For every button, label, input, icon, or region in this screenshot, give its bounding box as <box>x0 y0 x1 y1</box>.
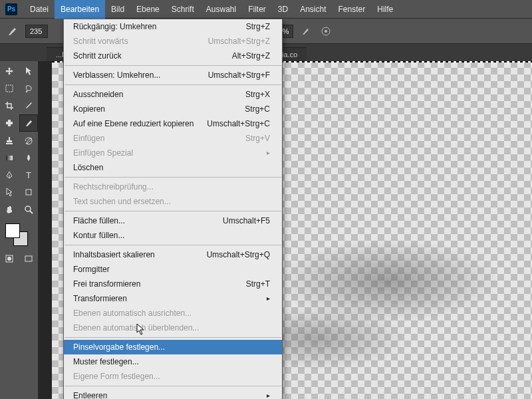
direct-select-icon[interactable] <box>0 184 19 201</box>
menu-item-label: Eigene Form festlegen... <box>73 371 160 382</box>
menu-item[interactable]: Schritt zurückAlt+Strg+Z <box>64 49 282 63</box>
menu-item[interactable]: Verblassen: Umkehren...Umschalt+Strg+F <box>64 68 282 82</box>
lasso-tool-icon[interactable] <box>19 80 39 97</box>
menu-item-label: Ausschneiden <box>73 89 123 100</box>
blur-tool-icon[interactable] <box>19 149 39 166</box>
menu-shortcut: Umschalt+Strg+C <box>207 118 270 129</box>
menu-shortcut: Umschalt+F5 <box>223 215 270 226</box>
move-tool-icon[interactable] <box>0 63 19 80</box>
menu-item[interactable]: Löschen <box>64 160 282 175</box>
menu-auswahl[interactable]: Auswahl <box>200 0 242 19</box>
menu-item[interactable]: Formgitter <box>64 262 282 277</box>
brush-tool-icon[interactable] <box>5 24 20 39</box>
svg-rect-3 <box>6 85 13 92</box>
menu-item[interactable]: Auf eine Ebene reduziert kopierenUmschal… <box>64 116 282 131</box>
menu-shortcut: Strg+C <box>245 104 270 114</box>
menu-shortcut: Alt+Strg+Z <box>232 51 270 61</box>
menu-item-label: Muster festlegen... <box>73 356 139 367</box>
history-brush-icon[interactable] <box>19 132 39 149</box>
pen-tool-icon[interactable] <box>0 166 19 184</box>
menu-shortcut: Umschalt+Strg+Q <box>207 249 270 260</box>
svg-rect-13 <box>25 256 32 261</box>
svg-point-9 <box>25 206 31 211</box>
menu-item-label: Text suchen und ersetzen... <box>73 196 171 207</box>
menu-separator <box>65 177 281 178</box>
menu-item: Einfügen Spezial <box>64 146 282 160</box>
menu-bearbeiten[interactable]: Bearbeiten <box>55 0 105 19</box>
menu-separator <box>65 211 281 211</box>
marquee-tool-icon[interactable] <box>0 80 19 97</box>
quickmask-icon[interactable] <box>0 250 19 267</box>
menu-item[interactable]: Fläche füllen...Umschalt+F5 <box>64 213 282 228</box>
menu-item-label: Pinselvorgabe festlegen... <box>73 342 165 352</box>
menu-separator <box>65 337 281 338</box>
menu-item-label: Einfügen Spezial <box>73 148 133 158</box>
eyedropper-tool-icon[interactable] <box>19 97 39 114</box>
menu-separator <box>65 386 281 386</box>
menu-item-label: Verblassen: Umkehren... <box>73 70 160 80</box>
menu-bild[interactable]: Bild <box>105 0 130 19</box>
tool-panel: T <box>0 61 39 399</box>
menu-ebene[interactable]: Ebene <box>130 0 166 19</box>
menu-item: Ebenen automatisch ausrichten... <box>64 306 282 321</box>
menu-item-label: Entleeren <box>73 390 107 399</box>
type-tool-icon[interactable]: T <box>19 166 39 184</box>
menu-3d[interactable]: 3D <box>272 0 294 19</box>
menu-shortcut: Umschalt+Strg+F <box>208 70 270 80</box>
menu-ansicht[interactable]: Ansicht <box>294 0 332 19</box>
menu-item[interactable]: Frei transformierenStrg+T <box>64 277 282 291</box>
menu-item-label: Fläche füllen... <box>73 215 125 226</box>
menu-item-label: Rückgängig: Umkehren <box>73 21 156 32</box>
menu-schrift[interactable]: Schrift <box>166 0 200 19</box>
menu-item-label: Kontur füllen... <box>73 230 124 241</box>
menu-item[interactable]: Rückgängig: UmkehrenStrg+Z <box>64 19 282 34</box>
menu-item-label: Ebenen automatisch ausrichten... <box>73 308 192 319</box>
svg-rect-6 <box>6 156 13 160</box>
svg-text:T: T <box>26 170 31 180</box>
menu-item: Schritt vorwärtsUmschalt+Strg+Z <box>64 34 282 49</box>
menu-item-label: Rechtschreibprüfung... <box>73 182 154 192</box>
menu-item[interactable]: Inhaltsbasiert skalierenUmschalt+Strg+Q <box>64 247 282 262</box>
screenmode-icon[interactable] <box>19 250 39 267</box>
menu-hilfe[interactable]: Hilfe <box>371 0 399 19</box>
zoom-tool-icon[interactable] <box>19 201 39 218</box>
menu-item-label: Frei transformieren <box>73 279 140 289</box>
menu-item[interactable]: Pinselvorgabe festlegen... <box>64 340 282 354</box>
airbrush-toggle-icon[interactable] <box>299 24 313 39</box>
menu-shortcut: Strg+V <box>245 133 270 144</box>
menu-item-label: Auf eine Ebene reduziert kopieren <box>73 118 194 129</box>
menu-item[interactable]: Transformieren <box>64 291 282 306</box>
svg-rect-5 <box>6 122 13 124</box>
brush-tool-icon[interactable] <box>19 114 39 132</box>
menu-item[interactable]: Kontur füllen... <box>64 228 282 243</box>
menu-shortcut: Strg+T <box>246 279 270 289</box>
path-select-icon[interactable] <box>19 63 39 80</box>
menu-item: Text suchen und ersetzen... <box>64 194 282 209</box>
menu-item: EinfügenStrg+V <box>64 131 282 146</box>
menu-item-label: Ebenen automatisch überblenden... <box>73 323 199 333</box>
hand-tool-icon[interactable] <box>0 201 19 218</box>
menu-shortcut: Strg+Z <box>246 21 270 32</box>
menu-item[interactable]: Muster festlegen... <box>64 354 282 369</box>
menu-fenster[interactable]: Fenster <box>332 0 372 19</box>
color-swatches[interactable] <box>5 223 28 246</box>
menu-item-label: Schritt vorwärts <box>73 36 128 47</box>
healing-brush-icon[interactable] <box>0 114 19 132</box>
menu-datei[interactable]: Datei <box>24 0 55 19</box>
menu-item: Rechtschreibprüfung... <box>64 180 282 194</box>
menu-item[interactable]: AusschneidenStrg+X <box>64 87 282 102</box>
brush-size-field[interactable]: 235 <box>25 25 48 38</box>
menu-item[interactable]: KopierenStrg+C <box>64 102 282 116</box>
menu-item-label: Einfügen <box>73 133 104 144</box>
menu-item: Ebenen automatisch überblenden... <box>64 321 282 335</box>
gradient-tool-icon[interactable] <box>0 149 19 166</box>
stamp-tool-icon[interactable] <box>0 132 19 149</box>
menubar: Ps DateiBearbeitenBildEbeneSchriftAuswah… <box>0 0 532 19</box>
menu-filter[interactable]: Filter <box>242 0 272 19</box>
shape-tool-icon[interactable] <box>19 184 39 201</box>
crop-tool-icon[interactable] <box>0 97 19 114</box>
svg-line-10 <box>30 211 33 213</box>
tablet-pressure-icon[interactable] <box>319 24 333 39</box>
menu-shortcut: Umschalt+Strg+Z <box>208 36 270 47</box>
menu-item[interactable]: Entleeren <box>64 388 282 399</box>
